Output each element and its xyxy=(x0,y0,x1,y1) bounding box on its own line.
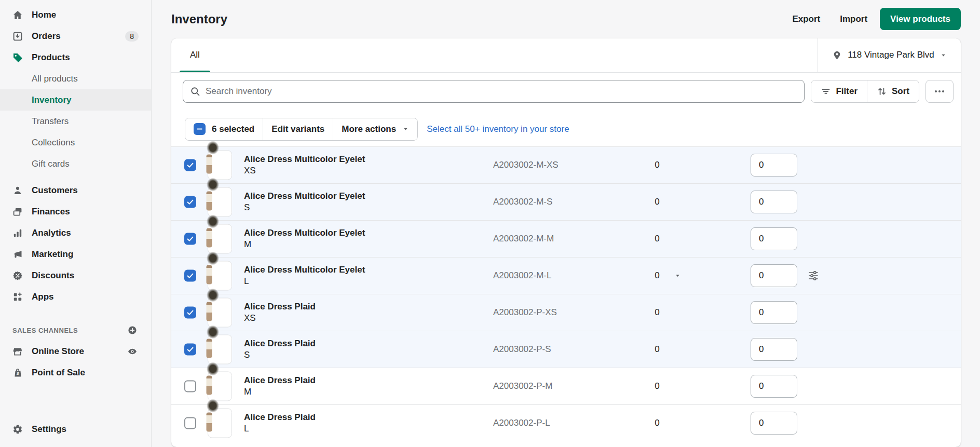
on-hand-input[interactable] xyxy=(751,264,797,287)
orders-count-badge: 8 xyxy=(125,31,139,42)
sidebar-item-label: Finances xyxy=(32,207,70,217)
filter-label: Filter xyxy=(836,86,857,97)
product-title-link[interactable]: Alice Dress Plaid xyxy=(244,374,316,386)
on-hand-input[interactable] xyxy=(751,338,797,361)
sidebar-subitem-collections[interactable]: Collections xyxy=(0,132,151,153)
location-label: 118 Vintage Park Blvd xyxy=(848,50,934,60)
sales-channels-title: SALES CHANNELS xyxy=(12,327,78,334)
product-title-link[interactable]: Alice Dress Multicolor Eyelet xyxy=(244,153,365,165)
row-checkbox[interactable] xyxy=(184,196,196,208)
sidebar-subitem-transfers[interactable]: Transfers xyxy=(0,111,151,132)
product-title-link[interactable]: Alice Dress Plaid xyxy=(244,411,316,423)
sidebar-item-discounts[interactable]: Discounts xyxy=(0,265,151,286)
row-checkbox[interactable] xyxy=(184,159,196,171)
quantity-caret-down-icon[interactable] xyxy=(674,272,681,279)
on-hand-input[interactable] xyxy=(751,375,797,398)
product-thumbnail[interactable] xyxy=(208,334,232,364)
sidebar-footer: Settings xyxy=(0,418,151,440)
on-hand-input[interactable] xyxy=(751,227,797,250)
product-title-link[interactable]: Alice Dress Multicolor Eyelet xyxy=(244,227,365,238)
product-title-link[interactable]: Alice Dress Plaid xyxy=(244,337,316,349)
apps-icon xyxy=(12,292,23,302)
filter-button[interactable]: Filter xyxy=(811,80,867,102)
svg-text:S: S xyxy=(17,371,19,376)
sidebar-item-finances[interactable]: Finances xyxy=(0,201,151,222)
product-thumbnail[interactable] xyxy=(208,187,232,216)
location-selector[interactable]: 118 Vintage Park Blvd xyxy=(818,38,961,72)
sidebar-item-home[interactable]: Home xyxy=(0,4,151,25)
product-title-link[interactable]: Alice Dress Multicolor Eyelet xyxy=(244,190,365,201)
sort-button[interactable]: Sort xyxy=(867,80,919,102)
horizontal-dots-icon xyxy=(938,90,941,92)
sku-value: A2003002-P-XS xyxy=(493,307,557,318)
add-sales-channel-button[interactable] xyxy=(127,325,138,335)
selected-count-label: 6 selected xyxy=(212,124,254,134)
sidebar: Home Orders 8 Products All products Inve… xyxy=(0,0,152,447)
product-thumbnail[interactable] xyxy=(208,371,232,401)
product-title-link[interactable]: Alice Dress Multicolor Eyelet xyxy=(244,264,365,275)
on-hand-input[interactable] xyxy=(751,301,797,324)
eye-icon[interactable] xyxy=(127,346,138,357)
product-cell: Alice Dress Multicolor Eyelet M xyxy=(244,227,365,250)
product-thumbnail[interactable] xyxy=(208,150,232,180)
row-checkbox[interactable] xyxy=(184,306,196,318)
header-actions: Export Import View products xyxy=(792,8,961,30)
row-checkbox[interactable] xyxy=(184,343,196,355)
available-quantity: 0 xyxy=(636,160,678,170)
sku-value: A2003002-P-S xyxy=(493,344,551,355)
adjust-quantity-icon[interactable] xyxy=(808,270,819,281)
edit-variants-button[interactable]: Edit variants xyxy=(263,118,333,140)
sidebar-item-products[interactable]: Products xyxy=(0,47,151,68)
product-thumbnail[interactable] xyxy=(208,408,232,438)
row-checkbox[interactable] xyxy=(184,380,196,392)
edit-variants-label: Edit variants xyxy=(271,124,324,134)
sidebar-item-label: Online Store xyxy=(32,346,84,357)
sidebar-item-analytics[interactable]: Analytics xyxy=(0,222,151,243)
caret-down-icon xyxy=(940,52,947,59)
more-options-button[interactable] xyxy=(925,80,954,103)
sidebar-item-orders[interactable]: Orders 8 xyxy=(0,25,151,47)
sidebar-item-label: Orders xyxy=(32,31,61,42)
product-cell: Alice Dress Plaid M xyxy=(244,374,316,398)
sku-value: A2003002-M-XS xyxy=(493,160,559,170)
filter-icon xyxy=(821,86,831,97)
product-title-link[interactable]: Alice Dress Plaid xyxy=(244,301,316,312)
sidebar-item-customers[interactable]: Customers xyxy=(0,180,151,201)
row-checkbox[interactable] xyxy=(184,269,196,281)
sidebar-item-label: Home xyxy=(32,10,56,20)
more-actions-button[interactable]: More actions xyxy=(333,118,417,140)
search-input[interactable] xyxy=(206,86,804,97)
export-button[interactable]: Export xyxy=(792,14,820,24)
sidebar-item-apps[interactable]: Apps xyxy=(0,286,151,307)
discounts-icon xyxy=(12,270,23,281)
sidebar-subitem-label: Collections xyxy=(32,138,75,148)
sidebar-item-online-store[interactable]: Online Store xyxy=(0,341,151,362)
on-hand-input[interactable] xyxy=(751,412,797,435)
on-hand-input[interactable] xyxy=(751,154,797,177)
on-hand-input[interactable] xyxy=(751,191,797,213)
tab-all[interactable]: All xyxy=(180,38,210,72)
product-thumbnail[interactable] xyxy=(208,261,232,290)
inventory-card: All 118 Vintage Park Blvd Filter xyxy=(171,38,961,447)
variant-label: L xyxy=(244,276,365,287)
indeterminate-checkbox[interactable] xyxy=(194,123,206,135)
product-thumbnail[interactable] xyxy=(208,224,232,253)
import-button[interactable]: Import xyxy=(840,14,867,24)
sidebar-item-label: Analytics xyxy=(32,228,71,238)
orders-icon xyxy=(12,31,23,42)
sidebar-subitem-all-products[interactable]: All products xyxy=(0,68,151,89)
sidebar-item-settings[interactable]: Settings xyxy=(0,418,151,440)
nav-gap xyxy=(0,174,151,180)
sidebar-subitem-gift-cards[interactable]: Gift cards xyxy=(0,153,151,174)
sidebar-item-point-of-sale[interactable]: S Point of Sale xyxy=(0,362,151,383)
view-products-button[interactable]: View products xyxy=(880,8,961,30)
product-thumbnail[interactable] xyxy=(208,297,232,327)
row-checkbox[interactable] xyxy=(184,417,196,429)
sidebar-subitem-inventory[interactable]: Inventory xyxy=(0,89,151,111)
variant-label: S xyxy=(244,202,365,213)
home-icon xyxy=(12,10,23,20)
selected-count-button[interactable]: 6 selected xyxy=(185,118,263,140)
sidebar-item-marketing[interactable]: Marketing xyxy=(0,243,151,265)
row-checkbox[interactable] xyxy=(184,233,196,245)
select-all-link[interactable]: Select all 50+ inventory in your store xyxy=(427,124,569,134)
